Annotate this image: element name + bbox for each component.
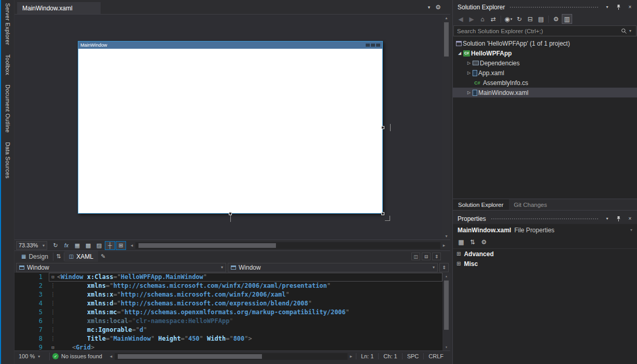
code-line-2[interactable]: 2┊ xmlns="http://schemas.microsoft.com/w… <box>15 282 442 290</box>
column-indicator[interactable]: Ch: 1 <box>378 353 401 359</box>
solution-explorer-header[interactable]: Solution Explorer ▾ × <box>453 2 637 12</box>
expander-collapsed-icon[interactable]: ▷ <box>465 61 473 65</box>
editor-scrollbar-track[interactable] <box>442 279 450 344</box>
disable-project-code-button[interactable]: ⊞ <box>116 241 126 250</box>
code-line-7[interactable]: 7┊ mc:Ignorable="d" <box>15 326 442 334</box>
drag-grip[interactable] <box>491 217 599 220</box>
scroll-up-icon[interactable]: ▴ <box>445 273 448 279</box>
scroll-left-icon[interactable]: ◂ <box>107 354 115 359</box>
search-input[interactable] <box>454 28 619 34</box>
no-issues-icon[interactable]: ✓ <box>52 353 59 359</box>
sync-with-active-document-button[interactable]: ⇄ <box>488 14 498 24</box>
breadcrumb-right-dropdown[interactable]: Window ▾ <box>228 263 438 272</box>
line-ending-indicator[interactable]: CRLF <box>423 353 448 359</box>
toggle-artboard-background-button[interactable]: ▨ <box>94 241 104 250</box>
tree-item-solution-hellowpfapp-1-of-1-project[interactable]: Solution 'HelloWPFApp' (1 of 1 project) <box>453 38 637 48</box>
collapse-all-button[interactable]: ⊟ <box>525 14 535 24</box>
rail-tab-toolbox[interactable]: Toolbox <box>5 54 11 75</box>
chevron-down-icon[interactable]: ▾ <box>630 228 632 232</box>
vertical-split-button[interactable]: ◫ <box>411 253 420 260</box>
tree-item-assemblyinfo-cs[interactable]: C#AssemblyInfo.cs <box>453 78 637 88</box>
designer-zoom-dropdown[interactable]: 73.33% ▾ <box>16 241 47 250</box>
editor-zoom-dropdown[interactable]: 100 % ▾ <box>17 353 47 359</box>
document-list-icon[interactable]: ▾ <box>428 5 431 10</box>
categorized-button[interactable]: ▦ <box>456 237 466 247</box>
pin-icon[interactable] <box>615 215 622 222</box>
property-pages-button[interactable]: ⚙ <box>479 237 489 247</box>
editor-vertical-scrollbar[interactable]: ▴ ▾ <box>442 273 450 351</box>
window-position-icon[interactable]: ▾ <box>603 3 611 11</box>
rail-tab-server-explorer[interactable]: Server Explorer <box>5 3 11 45</box>
edit-xaml-button[interactable]: ✎ <box>98 252 108 261</box>
designer-scrollbar-track[interactable] <box>442 21 450 233</box>
show-effects-button[interactable]: fx <box>61 241 72 250</box>
tool-tab-solution-explorer[interactable]: Solution Explorer <box>453 199 509 210</box>
scroll-left-icon[interactable]: ◂ <box>128 243 135 248</box>
collapse-pane-button[interactable]: ⇕ <box>432 253 441 260</box>
issues-status-text[interactable]: No issues found <box>61 353 102 359</box>
tool-tab-git-changes[interactable]: Git Changes <box>509 199 552 210</box>
tree-item-app-xaml[interactable]: ▷App.xaml <box>453 68 637 78</box>
xaml-editor[interactable]: 1⊟<Window x:Class="HelloWPFApp.MainWindo… <box>15 273 450 351</box>
properties-wrench-button[interactable]: ⚙ <box>551 14 561 24</box>
tab-mainwindow-xaml[interactable]: MainWindow.xaml <box>17 2 101 14</box>
preview-selected-items-button[interactable]: ▤ <box>536 14 546 24</box>
scroll-down-icon[interactable]: ▾ <box>445 344 448 351</box>
expander-collapsed-icon[interactable]: ▷ <box>465 90 473 95</box>
search-options-icon[interactable]: ▾ <box>629 29 636 33</box>
code-line-5[interactable]: 5┊ xmlns:mc="http://schemas.openxmlforma… <box>15 308 442 317</box>
designer-hscroll-track[interactable] <box>135 242 440 249</box>
editor-scrollbar-thumb[interactable] <box>444 281 449 330</box>
horizontal-split-button[interactable]: ⊟ <box>422 253 431 260</box>
properties-header[interactable]: Properties ▾ × <box>453 213 637 224</box>
home-button[interactable]: ⌂ <box>477 14 488 24</box>
code-line-8[interactable]: 8┊ Title="MainWindow" Height="450" Width… <box>15 334 442 343</box>
code-line-9[interactable]: 9⊟ <Grid> <box>15 343 442 351</box>
section-misc[interactable]: ⊞Misc <box>453 259 637 269</box>
designer-horizontal-scrollbar[interactable]: ◂ ▸ <box>128 242 448 249</box>
zoom-to-fit-button[interactable]: ↻ <box>50 241 61 250</box>
code-line-1[interactable]: 1⊟<Window x:Class="HelloWPFApp.MainWindo… <box>15 273 442 282</box>
navigate-back-button[interactable]: ◀ <box>455 14 466 24</box>
navigate-forward-button[interactable]: ▶ <box>466 14 477 24</box>
scroll-down-icon[interactable]: ▾ <box>445 233 447 240</box>
snap-to-grid-button[interactable]: ▩ <box>83 241 93 250</box>
gear-icon[interactable]: ⚙ <box>435 4 441 11</box>
editor-hscroll-thumb[interactable] <box>118 354 262 359</box>
code-line-6[interactable]: 6┊ xmlns:local="clr-namespace:HelloWPFAp… <box>15 317 442 326</box>
scroll-right-icon[interactable]: ▸ <box>440 243 448 248</box>
properties-object-row[interactable]: MainWindow.xaml File Properties ▾ <box>453 224 637 236</box>
design-surface[interactable]: MainWindow ▴ ▾ <box>15 14 450 240</box>
snap-to-snaplines-button[interactable]: ┼ <box>105 241 115 250</box>
close-icon[interactable]: × <box>626 215 634 222</box>
new-scoped-view-button[interactable]: ◉▾ <box>503 14 514 24</box>
tree-item-dependencies[interactable]: ▷Dependencies <box>453 58 637 68</box>
tab-design[interactable]: ▦ Design <box>17 251 53 262</box>
window-position-icon[interactable]: ▾ <box>603 215 611 222</box>
tree-item-mainwindow-xaml[interactable]: ▷MainWindow.xaml <box>453 88 637 97</box>
drag-grip[interactable] <box>509 6 599 8</box>
alphabetical-button[interactable]: ⇅ <box>467 237 478 247</box>
code-line-3[interactable]: 3┊ xmlns:x="http://schemas.microsoft.com… <box>15 290 442 299</box>
expander-expanded-icon[interactable]: ◢ <box>456 51 463 55</box>
section-advanced[interactable]: ⊞Advanced <box>453 249 637 259</box>
show-all-files-button[interactable]: ▥ <box>562 14 572 24</box>
refresh-button[interactable]: ↻ <box>514 14 524 24</box>
resize-handle-corner[interactable] <box>381 212 384 215</box>
designer-hscroll-thumb[interactable] <box>139 243 276 248</box>
tab-xaml[interactable]: ◫ XAML <box>64 251 98 262</box>
expander-collapsed-icon[interactable]: ▷ <box>465 71 473 75</box>
close-icon[interactable]: × <box>626 3 634 11</box>
search-icon[interactable] <box>619 28 629 34</box>
resize-handle-right[interactable] <box>381 126 384 129</box>
editor-hscroll-track[interactable] <box>115 353 348 360</box>
breadcrumb-left-dropdown[interactable]: Window ▾ <box>16 263 226 272</box>
fold-marker-icon[interactable]: ⊟ <box>49 343 57 351</box>
indentation-indicator[interactable]: SPC <box>402 353 424 359</box>
fold-marker-icon[interactable]: ⊟ <box>49 273 57 282</box>
editor-split-handle[interactable]: ⇕ <box>439 263 449 272</box>
scroll-up-icon[interactable]: ▴ <box>445 15 447 21</box>
scroll-right-icon[interactable]: ▸ <box>348 354 355 359</box>
designer-vertical-scrollbar[interactable]: ▴ ▾ <box>442 15 450 240</box>
tree-item-hellowpfapp[interactable]: ◢C#HelloWPFApp <box>453 48 637 58</box>
